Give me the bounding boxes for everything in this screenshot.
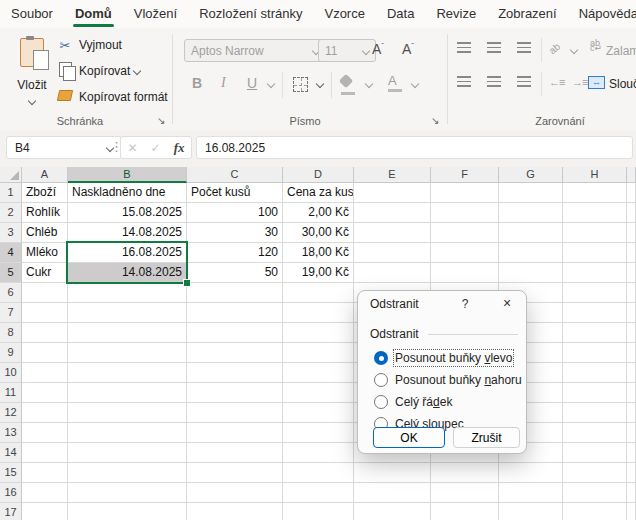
row-header-6[interactable]: 6	[0, 283, 22, 303]
cell-H1[interactable]	[563, 183, 627, 203]
radio-icon[interactable]	[374, 395, 388, 409]
cell-B12[interactable]	[68, 403, 187, 423]
cell-D8[interactable]	[283, 323, 354, 343]
cell-A15[interactable]	[22, 463, 68, 483]
cell-C2[interactable]: 100	[187, 203, 283, 223]
cell-X3[interactable]	[627, 223, 636, 243]
cell-D3[interactable]: 30,00 Kč	[283, 223, 354, 243]
cell-D13[interactable]	[283, 423, 354, 443]
cell-B7[interactable]	[68, 303, 187, 323]
cell-E4[interactable]	[354, 243, 431, 263]
wrap-text-button[interactable]: Zalam	[606, 44, 636, 58]
cell-F2[interactable]	[431, 203, 499, 223]
cell-B4[interactable]: 16.08.2025	[68, 243, 187, 263]
cell-F16[interactable]	[431, 483, 499, 503]
row-header-7[interactable]: 7	[0, 303, 22, 323]
menu-tab-revize[interactable]: Revize	[425, 0, 487, 28]
radio-selected-icon[interactable]	[374, 351, 388, 365]
format-painter-button[interactable]: Kopírovat formát	[56, 88, 168, 106]
cell-B6[interactable]	[68, 283, 187, 303]
cell-B10[interactable]	[68, 363, 187, 383]
cell-X9[interactable]	[627, 343, 636, 363]
cell-X10[interactable]	[627, 363, 636, 383]
align-center-icon[interactable]	[487, 76, 501, 87]
cell-C8[interactable]	[187, 323, 283, 343]
cell-A7[interactable]	[22, 303, 68, 323]
fill-handle[interactable]	[183, 279, 191, 287]
merge-center-button[interactable]: Slouči	[609, 77, 636, 91]
select-all-corner[interactable]	[0, 167, 22, 183]
cell-G1[interactable]	[499, 183, 563, 203]
col-header-E[interactable]: E	[354, 167, 431, 183]
col-header-D[interactable]: D	[283, 167, 354, 183]
cell-D6[interactable]	[283, 283, 354, 303]
cell-X8[interactable]	[627, 323, 636, 343]
cell-C11[interactable]	[187, 383, 283, 403]
row-header-15[interactable]: 15	[0, 463, 22, 483]
paste-button[interactable]: Vložit	[10, 34, 54, 126]
cell-H11[interactable]	[563, 383, 627, 403]
shrink-font-button[interactable]: Aˇ	[402, 41, 414, 57]
cell-F3[interactable]	[431, 223, 499, 243]
cell-D4[interactable]: 18,00 Kč	[283, 243, 354, 263]
cut-button[interactable]: ✂ Vyjmout	[56, 36, 122, 54]
cell-H5[interactable]	[563, 263, 627, 283]
cell-B17[interactable]	[68, 503, 187, 520]
cell-B1[interactable]: Naskladněno dne	[68, 183, 187, 203]
bold-button[interactable]: B	[192, 75, 202, 91]
cell-E16[interactable]	[354, 483, 431, 503]
grow-font-button[interactable]: Aˆ	[372, 41, 384, 57]
menu-tab-data[interactable]: Data	[376, 0, 425, 28]
align-left-icon[interactable]	[457, 76, 471, 87]
cell-A1[interactable]: Zboží	[22, 183, 68, 203]
cell-X6[interactable]	[627, 283, 636, 303]
cell-H9[interactable]	[563, 343, 627, 363]
cell-A17[interactable]	[22, 503, 68, 520]
align-top-icon[interactable]	[457, 42, 471, 53]
cell-B9[interactable]	[68, 343, 187, 363]
menu-tab-zobrazení[interactable]: Zobrazení	[487, 0, 568, 28]
font-name-combo[interactable]: Aptos Narrow	[184, 39, 326, 62]
menu-tab-domů[interactable]: Domů	[64, 0, 123, 28]
cell-X4[interactable]	[627, 243, 636, 263]
cell-A6[interactable]	[22, 283, 68, 303]
decrease-indent-icon[interactable]: ←≡	[549, 76, 564, 88]
cell-B3[interactable]: 14.08.2025	[68, 223, 187, 243]
ok-button[interactable]: OK	[373, 427, 445, 448]
cell-C17[interactable]	[187, 503, 283, 520]
row-header-10[interactable]: 10	[0, 363, 22, 383]
cell-H4[interactable]	[563, 243, 627, 263]
cell-A10[interactable]	[22, 363, 68, 383]
cell-H17[interactable]	[563, 503, 627, 520]
cell-G3[interactable]	[499, 223, 563, 243]
col-header-A[interactable]: A	[22, 167, 68, 183]
font-dialog-launcher-icon[interactable]: ↘	[431, 116, 439, 126]
cell-B13[interactable]	[68, 423, 187, 443]
cell-C13[interactable]	[187, 423, 283, 443]
cell-C1[interactable]: Počet kusů	[187, 183, 283, 203]
cell-D16[interactable]	[283, 483, 354, 503]
cell-E2[interactable]	[354, 203, 431, 223]
row-header-11[interactable]: 11	[0, 383, 22, 403]
menu-tab-vložení[interactable]: Vložení	[123, 0, 188, 28]
row-header-2[interactable]: 2	[0, 203, 22, 223]
formula-input[interactable]: 16.08.2025	[196, 136, 633, 159]
cell-A14[interactable]	[22, 443, 68, 463]
cell-D1[interactable]: Cena za kus	[283, 183, 354, 203]
cell-F1[interactable]	[431, 183, 499, 203]
cell-F15[interactable]	[431, 463, 499, 483]
col-header-H[interactable]: H	[563, 167, 627, 183]
cell-F17[interactable]	[431, 503, 499, 520]
cell-X5[interactable]	[627, 263, 636, 283]
cancel-button[interactable]: Zrušit	[453, 427, 520, 448]
cell-H16[interactable]	[563, 483, 627, 503]
cell-A12[interactable]	[22, 403, 68, 423]
cell-H15[interactable]	[563, 463, 627, 483]
cell-H3[interactable]	[563, 223, 627, 243]
cell-B15[interactable]	[68, 463, 187, 483]
cell-A11[interactable]	[22, 383, 68, 403]
cell-A2[interactable]: Rohlík	[22, 203, 68, 223]
cell-C6[interactable]	[187, 283, 283, 303]
col-header-B[interactable]: B	[68, 167, 187, 183]
cell-B16[interactable]	[68, 483, 187, 503]
